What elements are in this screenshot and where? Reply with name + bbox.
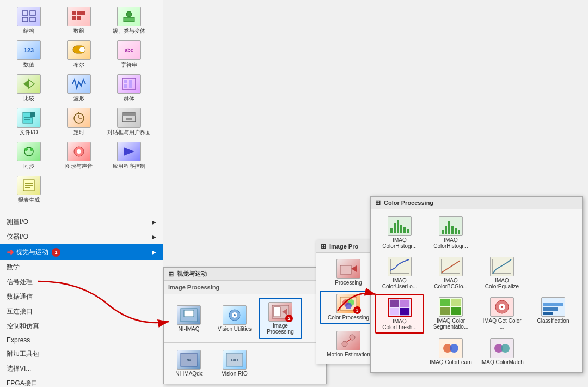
icon-item-compare[interactable]: 比较 [4, 72, 53, 105]
color-learn-icon [439, 338, 463, 358]
icon-item-dialog[interactable]: 对话框与用户界面 [105, 106, 154, 138]
color-user-lo-item[interactable]: IMAQ ColorUserLo... [375, 254, 424, 292]
sync-label: 同步 [23, 162, 34, 170]
vision-icon-row-1: NI NI-IMAQ Vision Utilities 2 Image Proc… [164, 294, 326, 343]
processing-icon [336, 259, 360, 279]
icon-item-fileio[interactable]: 文件I/O [4, 106, 53, 138]
menu-item-vision-motion[interactable]: ➜ 视觉与运动 1 ▶ [0, 244, 163, 260]
color-panel-header-icon: ⊞ [375, 199, 381, 207]
icon-grid: 结构 数组 簇、类与变体 123 数值 布尔 [0, 0, 163, 210]
icon-item-array[interactable]: 数组 [54, 4, 103, 37]
appctrl-icon [117, 142, 141, 161]
icon-item-wave[interactable]: 波形 [54, 72, 103, 105]
menu-item-addon[interactable]: 附加工具包 [0, 347, 163, 361]
color-equalize-item[interactable]: IMAQ ColorEqualize [477, 254, 526, 292]
color-histog2-item[interactable]: IMAQ ColorHistogr... [426, 214, 475, 252]
compare-label: 比较 [23, 95, 34, 102]
icon-item-numeric[interactable]: 123 数值 [4, 38, 53, 71]
svg-rect-53 [340, 265, 351, 274]
wave-icon [67, 74, 91, 94]
array-label: 数组 [74, 27, 84, 35]
empty-2 [529, 214, 578, 252]
color-bcg-label: IMAQ ColorBCGlo... [429, 277, 473, 289]
color-histog1-item[interactable]: IMAQ ColorHistogr... [375, 214, 424, 252]
colorproc-grid: IMAQ ColorHistogr... IMAQ ColorHistogr..… [371, 209, 582, 372]
get-color-icon [490, 297, 514, 317]
icon-item-class[interactable]: 簇、类与变体 [105, 4, 154, 37]
svg-rect-7 [72, 16, 76, 20]
menu-item-measure-io[interactable]: 测量I/O ▶ [0, 215, 163, 229]
svg-rect-75 [458, 230, 460, 234]
struct-icon [17, 7, 41, 26]
color-learn-item[interactable]: IMAQ ColorLearn [426, 336, 475, 368]
icon-item-sync[interactable]: 同步 [4, 140, 53, 172]
menu-item-signal-proc[interactable]: 信号处理 [0, 275, 163, 289]
icon-item-report[interactable]: 报表生成 [4, 173, 53, 206]
svg-rect-87 [400, 300, 409, 307]
svg-rect-94 [451, 307, 461, 315]
report-label: 报表生成 [18, 196, 40, 204]
report-icon [17, 176, 41, 195]
svg-marker-14 [29, 80, 34, 88]
svg-rect-101 [543, 307, 558, 311]
vision-rio-item[interactable]: RIO Vision RIO [213, 346, 256, 380]
motion-est-label: Motion Estimation [327, 352, 370, 358]
icon-item-graphic[interactable]: 图形与声音 [54, 140, 103, 172]
svg-rect-92 [451, 299, 461, 306]
cluster-icon [117, 74, 141, 94]
classification-label: Classification [537, 318, 569, 324]
svg-rect-17 [124, 84, 127, 88]
arrow-icon-2: ▶ [152, 234, 156, 240]
color-histog2-icon [439, 216, 463, 236]
get-color-item[interactable]: IMAQ Get Color ... [477, 294, 526, 334]
svg-point-45 [234, 314, 236, 316]
class-label: 簇、类与变体 [113, 27, 145, 35]
svg-rect-73 [451, 226, 454, 234]
color-histog2-label: IMAQ ColorHistogr... [429, 237, 473, 249]
menu-item-connectivity[interactable]: 互连接口 [0, 304, 163, 319]
color-bcg-item[interactable]: IMAQ ColorBCGlo... [426, 254, 475, 292]
get-color-label: IMAQ Get Color ... [480, 318, 524, 330]
svg-text:dx: dx [187, 358, 191, 362]
menu-item-fpga-io[interactable]: FPGA接口 [0, 376, 163, 387]
menu-item-control-sim[interactable]: 控制和仿真 [0, 319, 163, 334]
icon-item-string[interactable]: abc 字符串 [105, 38, 154, 71]
color-thresh-item[interactable]: IMAQ ColorThresh... [375, 294, 424, 334]
ni-imaq-item[interactable]: NI NI-IMAQ [167, 298, 211, 339]
vision-panel-header: ⊞ 视觉与运动 [164, 268, 326, 281]
menu-item-math[interactable]: 数学 [0, 260, 163, 275]
appctrl-label: 应用程序控制 [113, 162, 145, 170]
ni-imaqx-item[interactable]: dx NI-IMAQdx [167, 346, 211, 380]
icon-item-struct[interactable]: 结构 [4, 4, 53, 37]
classification-item[interactable]: Classification [529, 294, 578, 334]
color-match-item[interactable]: IMAQ ColorMatch [477, 336, 526, 368]
icon-item-bool[interactable]: 布尔 [54, 38, 103, 71]
svg-rect-86 [390, 300, 399, 307]
ni-imaqx-icon: dx [177, 350, 201, 370]
svg-rect-42 [184, 310, 194, 317]
svg-rect-5 [77, 11, 81, 15]
badge-3: 3 [353, 306, 361, 314]
menu-item-data-comm[interactable]: 数据通信 [0, 289, 163, 304]
menu-item-select-vi[interactable]: 选择VI... [0, 361, 163, 376]
icon-item-timer[interactable]: 定时 [54, 106, 103, 138]
timer-icon [67, 108, 91, 128]
processing-item[interactable]: Processing [320, 256, 377, 288]
dialog-label: 对话框与用户界面 [107, 129, 151, 136]
icon-item-appctrl[interactable]: 应用程序控制 [105, 140, 154, 172]
svg-rect-91 [440, 299, 450, 306]
menu-item-express[interactable]: Express [0, 334, 163, 347]
svg-rect-93 [440, 307, 450, 315]
vision-util-icon [223, 305, 247, 325]
numeric-icon: 123 [17, 40, 41, 60]
color-segment-item[interactable]: IMAQ Color Segmentatio... [426, 294, 475, 334]
svg-rect-70 [442, 230, 444, 234]
menu-item-instrument-io[interactable]: 仪器I/O ▶ [0, 229, 163, 244]
vision-util-item[interactable]: Vision Utilities [213, 298, 256, 339]
red-arrow-icon: ➜ [7, 247, 14, 257]
image-proc-item[interactable]: 2 Image Processing [259, 298, 302, 339]
icon-item-cluster[interactable]: 群体 [105, 72, 154, 105]
color-match-label: IMAQ ColorMatch [480, 359, 523, 365]
color-proc-item[interactable]: 3 Color Processing [320, 291, 377, 324]
motion-est-item[interactable]: Motion Estimation [320, 328, 377, 360]
